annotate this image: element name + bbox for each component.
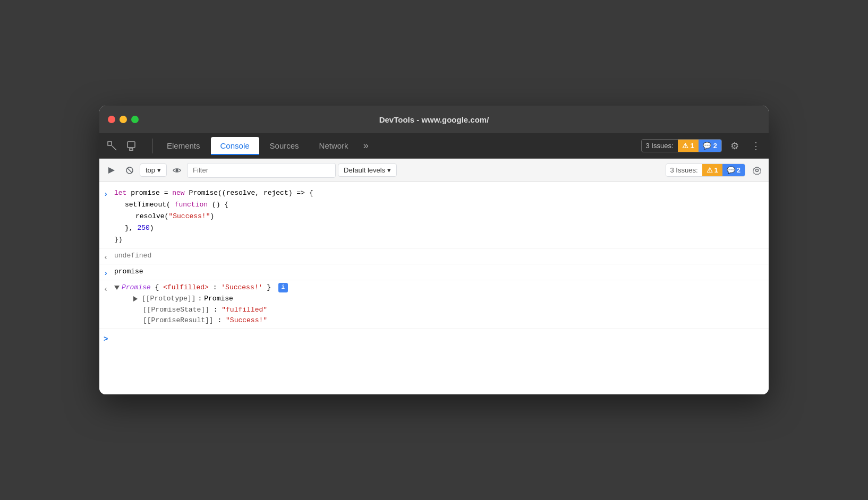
issues-info-count: 💬 2: [699, 140, 721, 152]
fulfilled-val: 'Success!': [221, 283, 262, 291]
eye-icon: [173, 166, 181, 175]
tab-elements[interactable]: Elements: [157, 137, 210, 154]
state-row: [[PromiseState]] : "fulfilled": [133, 305, 267, 316]
block-button[interactable]: [122, 162, 138, 178]
tab-console[interactable]: Console: [211, 137, 259, 154]
issues-label: 3 Issues:: [642, 140, 678, 152]
levels-selector[interactable]: Default levels ▾: [338, 163, 397, 177]
keyword-let: let: [114, 189, 126, 197]
undefined-value: undefined: [114, 251, 151, 262]
issues-badge[interactable]: 3 Issues: ⚠ 1 💬 2: [641, 139, 722, 152]
levels-label: Default levels: [344, 166, 385, 174]
state-val: "fulfilled": [222, 306, 267, 314]
code-line-5: }): [114, 234, 313, 246]
close-button[interactable]: [108, 116, 115, 123]
promise-obj-row: ‹ Promise { <fulfilled> : 'Success!' } i: [114, 282, 764, 294]
result-label: [[PromiseResult]]: [143, 316, 214, 324]
entry-expand-arrow[interactable]: ›: [104, 188, 108, 200]
eye-button[interactable]: [169, 162, 185, 178]
console-toolbar: top ▾ Default levels ▾ 3 Issues: ⚠ 1 💬: [99, 159, 769, 182]
more-tabs-button[interactable]: »: [359, 138, 373, 153]
tab-divider: [152, 139, 153, 153]
device-button[interactable]: [123, 137, 140, 154]
entry-separator-1: [99, 248, 769, 248]
maximize-button[interactable]: [131, 116, 139, 123]
info-icon: 💬: [703, 142, 711, 150]
console-input-line[interactable]: >: [99, 330, 769, 348]
filter-input[interactable]: [187, 163, 336, 178]
execute-icon: [107, 166, 116, 175]
device-icon: [126, 141, 136, 151]
devtools-window: DevTools - www.google.com/ Elements: [99, 106, 769, 394]
console-entry-promise-obj: ‹ Promise { <fulfilled> : 'Success!' } i: [99, 281, 769, 327]
console-issues-label: 3 Issues:: [666, 164, 702, 176]
obj-name: Promise: [122, 283, 151, 291]
code-line-1: let promise = new Promise((resolve, reje…: [114, 187, 313, 199]
titlebar: DevTools - www.google.com/: [99, 106, 769, 133]
entry-return-arrow-2: ‹: [104, 283, 108, 295]
state-label: [[PromiseState]]: [143, 306, 209, 314]
tab-icons: [104, 137, 140, 154]
entry-return-arrow: ‹: [104, 252, 108, 263]
tab-sources[interactable]: Sources: [260, 137, 309, 154]
console-settings-button[interactable]: [750, 163, 764, 178]
code-line-3: resolve("Success!"): [114, 211, 313, 222]
keyword-new: new: [172, 189, 184, 197]
tab-network[interactable]: Network: [310, 137, 358, 154]
inspect-icon: [107, 141, 117, 151]
triangle-down-icon[interactable]: [114, 282, 122, 294]
code-line-2: setTimeout( function () {: [114, 199, 313, 211]
execute-script-button[interactable]: [104, 162, 120, 178]
prototype-label: [[Prototype]]: [142, 294, 195, 305]
prototype-val: Promise: [204, 294, 233, 305]
window-title: DevTools - www.google.com/: [379, 115, 489, 124]
traffic-lights: [108, 116, 139, 123]
console-issues-warn: ⚠ 1: [702, 164, 722, 176]
input-caret: >: [104, 333, 108, 345]
console-issues-info: 💬 2: [722, 164, 745, 176]
promise-info-icon[interactable]: i: [278, 283, 288, 292]
console-gear-icon: [753, 166, 761, 175]
svg-point-7: [756, 169, 759, 171]
svg-rect-1: [127, 142, 135, 148]
svg-line-5: [127, 168, 132, 173]
promise-properties: [[Prototype]] : Promise [[PromiseState]]…: [114, 294, 267, 326]
issues-warning-count: ⚠ 1: [678, 140, 699, 152]
entry-separator-3: [99, 280, 769, 280]
tabs-right: 3 Issues: ⚠ 1 💬 2 ⚙ ⋮: [641, 137, 765, 154]
settings-button[interactable]: ⚙: [726, 137, 743, 154]
prototype-expand[interactable]: [133, 296, 138, 301]
code-block: let promise = new Promise((resolve, reje…: [114, 187, 313, 246]
more-options-button[interactable]: ⋮: [747, 137, 764, 154]
prototype-row: [[Prototype]] : Promise: [133, 294, 267, 305]
result-row: [[PromiseResult]] : "Success!": [133, 315, 267, 326]
minimize-button[interactable]: [120, 116, 127, 123]
console-entry-promise-input: › promise: [99, 265, 769, 279]
console-content: › let promise = new Promise((resolve, re…: [99, 182, 769, 394]
warn-icon: ⚠: [707, 166, 713, 174]
context-dropdown-icon: ▾: [157, 166, 161, 174]
context-selector[interactable]: top ▾: [140, 163, 167, 177]
inspect-button[interactable]: [104, 137, 121, 154]
svg-rect-0: [108, 142, 112, 145]
entry-separator-4: [99, 329, 769, 329]
code-line-4: }, 250): [114, 222, 313, 234]
context-label: top: [146, 166, 155, 174]
promise-label: promise: [114, 266, 143, 278]
fulfilled-key: <fulfilled>: [163, 283, 209, 291]
keyword-function: function: [175, 201, 208, 209]
result-val: "Success!": [226, 316, 267, 324]
tabs-bar: Elements Console Sources Network » 3 Iss…: [99, 133, 769, 159]
console-entry-undefined: ‹ undefined: [99, 249, 769, 263]
chat-icon: 💬: [727, 166, 735, 174]
svg-point-6: [176, 169, 178, 171]
warning-icon: ⚠: [682, 142, 688, 150]
console-toolbar-right: 3 Issues: ⚠ 1 💬 2: [666, 163, 765, 178]
tabs: Elements Console Sources Network »: [157, 137, 641, 154]
entry-separator-2: [99, 264, 769, 264]
string-success: "Success!": [168, 212, 210, 220]
block-icon: [125, 166, 134, 175]
console-issues[interactable]: 3 Issues: ⚠ 1 💬 2: [666, 163, 746, 177]
entry-arrow-3[interactable]: ›: [104, 268, 108, 279]
levels-dropdown-icon: ▾: [387, 166, 391, 174]
